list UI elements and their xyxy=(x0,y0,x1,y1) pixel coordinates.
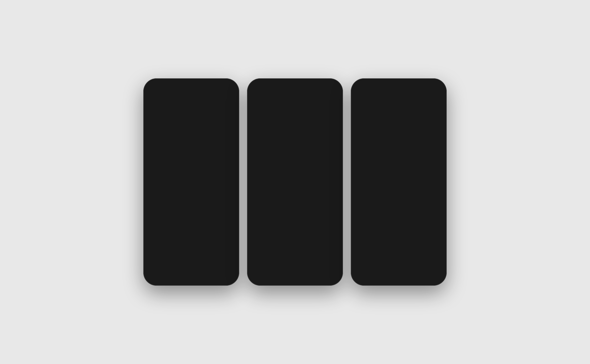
wifi-icon: 🛜 xyxy=(224,84,228,88)
input-phone[interactable] xyxy=(268,187,331,191)
status-bar-3: 9:41 ▐▐▐ 🛜 ▮ xyxy=(382,81,416,90)
personal-text: Personal Information Provide us with you… xyxy=(167,141,229,150)
input-address[interactable] xyxy=(255,253,335,264)
field-gender: Gender Male or Female ⌄ xyxy=(255,201,335,219)
phone-3: 9:41 ▐▐▐ 🛜 ▮ ✓ KYC Verification Complete… xyxy=(351,78,447,286)
phone-screen-1: 9:41 ▐▐▐ 🛜 ▮ ← KYC Verification To ensur… xyxy=(145,81,237,283)
phone-1: 9:41 ▐▐▐ 🛜 ▮ ← KYC Verification To ensur… xyxy=(143,78,239,286)
personal-icon: 👤 xyxy=(152,140,163,151)
menu-item-bank[interactable]: 🏦 Bank Details Provide us with your pers… xyxy=(152,176,230,197)
state-placeholder: Select your state of residence xyxy=(259,279,304,283)
check-icon: ✓ xyxy=(394,144,404,157)
required-email: * xyxy=(279,154,280,158)
accept-continue-button[interactable]: Accept & Continue xyxy=(152,258,230,272)
input-full-name[interactable] xyxy=(255,138,335,150)
phone-2: 9:41 ▐▐▐ 🛜 ▮ ← Please take a moment to t… xyxy=(247,78,343,286)
field-state: State* Select your state of residence ⌄ xyxy=(255,269,335,283)
gender-select[interactable]: Male or Female ⌄ xyxy=(255,207,335,219)
back-button-1[interactable]: ← xyxy=(152,94,158,101)
screen-subtitle-1: To ensure your security and comply with … xyxy=(152,116,230,127)
home-indicator-3 xyxy=(382,280,416,281)
status-bar-2: 9:41 ▐▐▐ 🛜 ▮ xyxy=(249,81,341,90)
phone-screen-2: 9:41 ▐▐▐ 🛜 ▮ ← Please take a moment to t… xyxy=(249,81,341,283)
wifi-icon-3: 🛜 xyxy=(403,84,407,88)
success-title: KYC Verification Complete! xyxy=(362,174,436,193)
status-bar-1: 9:41 ▐▐▐ 🛜 ▮ xyxy=(145,81,237,90)
time-1: 9:41 xyxy=(151,84,159,88)
phone-input-row[interactable]: 🇳🇬 xyxy=(255,182,335,196)
gender-placeholder: Male or Female xyxy=(259,211,283,215)
phone-screen-3: 9:41 ▐▐▐ 🛜 ▮ ✓ KYC Verification Complete… xyxy=(353,81,445,283)
bank-desc: Provide us with your personal details xyxy=(167,187,229,191)
bank-icon: 🏦 xyxy=(152,181,163,192)
field-full-name: Full Name* xyxy=(255,132,335,150)
battery-icon-3: ▮ xyxy=(408,84,410,88)
status-icons-3: ▐▐▐ 🛜 ▮ xyxy=(395,84,410,88)
employment-text: Employment Information Provide us with y… xyxy=(167,162,229,170)
battery-icon-2: ▮ xyxy=(333,84,335,88)
employment-icon: 💼 xyxy=(152,160,163,172)
nigeria-flag: 🇳🇬 xyxy=(259,186,265,192)
label-email: Email Address* xyxy=(255,154,335,158)
bottom-note: Click "Accept and Continue" after comple… xyxy=(145,240,237,255)
back-button-2[interactable]: ← xyxy=(255,94,260,101)
status-icons-1: ▐▐▐ 🛜 ▮ xyxy=(216,84,231,88)
apply-loan-button[interactable]: Apply for a Loan xyxy=(360,257,438,271)
home-indicator-1 xyxy=(174,280,208,281)
bank-arrow: › xyxy=(229,184,230,189)
label-gender: Gender xyxy=(255,201,335,205)
employment-desc: Provide us with your personal details xyxy=(167,167,229,170)
dob-input-row[interactable]: 📅 xyxy=(255,229,335,242)
gender-chevron: ⌄ xyxy=(328,210,331,215)
required-full-name: * xyxy=(271,132,273,136)
input-email[interactable] xyxy=(255,160,335,172)
required-phone: * xyxy=(280,177,281,181)
input-dob[interactable] xyxy=(259,234,325,238)
state-select[interactable]: Select your state of residence ⌄ xyxy=(255,275,335,283)
field-dob: DOB* 📅 xyxy=(255,224,335,242)
label-dob: DOB* xyxy=(255,224,335,227)
menu-item-employment[interactable]: 💼 Employment Information Provide us with… xyxy=(152,156,230,176)
time-3: 9:41 xyxy=(387,84,395,88)
form-title: Please take a moment to tell us about yo… xyxy=(255,106,335,121)
screen-title-1: KYC Verification xyxy=(152,106,230,114)
battery-icon: ▮ xyxy=(230,84,231,88)
signal-icon-2: ▐▐▐ xyxy=(320,84,326,88)
signal-icon-3: ▐▐▐ xyxy=(395,84,402,88)
personal-desc: Provide us with your personal details xyxy=(167,146,229,150)
field-address: Address* xyxy=(255,247,335,264)
status-icons-2: ▐▐▐ 🛜 ▮ xyxy=(320,84,335,88)
required-address: * xyxy=(269,247,270,251)
wifi-icon-2: 🛜 xyxy=(328,84,332,88)
state-chevron: ⌄ xyxy=(328,279,331,283)
employment-label: Employment Information xyxy=(167,162,229,166)
form-subtitle: Please provide us with your personal det… xyxy=(255,123,335,126)
success-desc: Congratulations, Your KYC verification h… xyxy=(362,197,436,208)
time-2: 9:41 xyxy=(255,84,262,88)
check-circle: ✓ xyxy=(385,137,412,164)
label-address: Address* xyxy=(255,247,335,251)
bank-label: Bank Details xyxy=(167,182,229,186)
employment-arrow: › xyxy=(229,164,230,168)
label-phone: Phone Number* xyxy=(255,177,335,181)
personal-arrow: › xyxy=(229,143,230,148)
signal-icon: ▐▐▐ xyxy=(216,84,223,88)
label-state: State* xyxy=(255,269,335,273)
personal-label: Personal Information xyxy=(167,141,229,146)
menu-item-personal[interactable]: 👤 Personal Information Provide us with y… xyxy=(152,136,230,156)
required-state: * xyxy=(263,269,265,273)
label-full-name: Full Name* xyxy=(255,132,335,136)
field-email: Email Address* xyxy=(255,154,335,172)
required-dob: * xyxy=(263,224,264,227)
bank-text: Bank Details Provide us with your person… xyxy=(167,182,229,191)
field-phone: Phone Number* 🇳🇬 xyxy=(255,177,335,196)
success-content: ✓ KYC Verification Complete! Congratulat… xyxy=(353,90,445,254)
calendar-icon: 📅 xyxy=(325,233,331,238)
